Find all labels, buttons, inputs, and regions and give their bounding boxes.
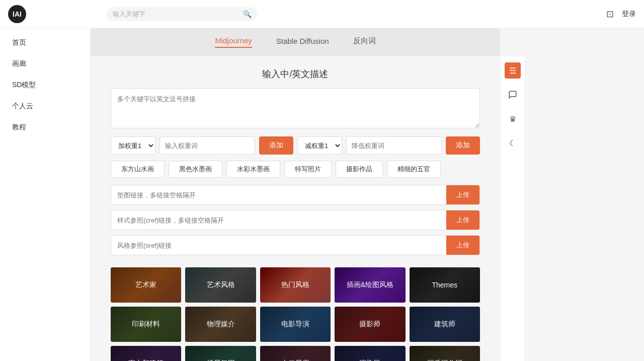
quick-tag-0[interactable]: 东方山水画	[111, 161, 165, 178]
login-button[interactable]: 登录	[622, 10, 636, 19]
style-sref-upload-button[interactable]: 上传	[446, 236, 479, 255]
quick-tag-5[interactable]: 精细的五官	[387, 161, 441, 178]
style-cref-link-row: 上传	[111, 210, 480, 230]
add-weight-button[interactable]: 添加	[259, 136, 293, 155]
category-zodiac[interactable]: 十二星座	[260, 346, 331, 361]
quick-tag-2[interactable]: 水彩水墨画	[226, 161, 280, 178]
weight-row: 加权重1 加权重2 加权重3 添加 减权重1 减权重2 减权重3 添加	[111, 136, 480, 155]
weight-decrease-select[interactable]: 减权重1 减权重2 减权重3	[297, 136, 342, 155]
category-themes[interactable]: Themes	[410, 267, 480, 303]
right-panel-moon-icon[interactable]: ☾	[505, 135, 521, 151]
quick-tags: 东方山水画 黑色水墨画 水彩水墨画 特写照片 摄影作品 精细的五官	[111, 161, 480, 178]
pad-link-input[interactable]	[111, 186, 446, 204]
quick-tag-1[interactable]: 黑色水墨画	[169, 161, 222, 178]
quick-tag-3[interactable]: 特写照片	[284, 161, 332, 178]
category-grid: 艺术家 艺术风格 热门风格 插画&绘图风格 Themes	[111, 267, 480, 361]
category-quality-enhancer[interactable]: 画质强化词	[410, 346, 480, 361]
sidebar: 首页 画廊 SD模型 个人云 教程	[0, 28, 91, 361]
right-panel: ☰ ♛ ☾	[500, 56, 524, 361]
section-title: 输入中/英文描述	[111, 68, 480, 80]
category-illustration-style[interactable]: 插画&绘图风格	[335, 267, 405, 303]
category-hot-style[interactable]: 热门风格	[260, 267, 331, 303]
search-input[interactable]	[113, 10, 241, 18]
tab-bar: Midjourney Stable Diffusion 反向词	[91, 28, 500, 56]
category-art-style[interactable]: 艺术风格	[185, 267, 256, 303]
description-textarea[interactable]	[111, 88, 480, 128]
header-right: ⊡ 登录	[606, 9, 636, 20]
content-area: 输入中/英文描述 加权重1 加权重2 加权重3 添加 减权重1 减权重2 减权重…	[91, 56, 500, 361]
weight-decrease-input[interactable]	[346, 136, 442, 155]
category-film-director[interactable]: 电影导演	[260, 307, 331, 342]
tab-midjourney[interactable]: Midjourney	[215, 36, 252, 48]
weight-increase-select[interactable]: 加权重1 加权重2 加权重3	[111, 136, 155, 155]
style-sref-input[interactable]	[111, 237, 446, 254]
style-cref-input[interactable]	[111, 211, 446, 229]
add-decrease-weight-button[interactable]: 添加	[446, 136, 480, 155]
search-icon: 🔍	[243, 10, 252, 18]
sidebar-item-personal-cloud[interactable]: 个人云	[0, 96, 90, 117]
sidebar-item-home[interactable]: 首页	[0, 32, 90, 53]
sidebar-item-tutorial[interactable]: 教程	[0, 117, 90, 138]
category-photographer[interactable]: 摄影师	[335, 307, 405, 342]
main-content: Midjourney Stable Diffusion 反向词 输入中/英文描述…	[91, 28, 500, 361]
category-renderer[interactable]: 渲染器	[335, 346, 405, 361]
sidebar-item-sd-model[interactable]: SD模型	[0, 75, 90, 96]
weight-increase-input[interactable]	[159, 136, 255, 155]
tab-stable-diffusion[interactable]: Stable Diffusion	[276, 37, 329, 47]
header-logo-area: IAI	[8, 5, 99, 23]
category-print-material[interactable]: 印刷材料	[111, 307, 181, 342]
right-panel-menu-icon[interactable]: ☰	[505, 62, 521, 79]
category-scene-context[interactable]: 场景氛围	[185, 346, 256, 361]
external-link-icon[interactable]: ⊡	[606, 9, 614, 20]
category-architect[interactable]: 建筑师	[410, 307, 480, 342]
quick-tag-4[interactable]: 摄影作品	[336, 161, 383, 178]
right-panel-crown-icon[interactable]: ♛	[505, 111, 521, 127]
header: IAI 🔍 ⊡ 登录	[0, 0, 644, 28]
style-cref-upload-button[interactable]: 上传	[446, 210, 479, 230]
category-interior-arch[interactable]: 室内和建筑	[111, 346, 181, 361]
pad-upload-button[interactable]: 上传	[446, 185, 479, 204]
category-physics-media[interactable]: 物理媒介	[185, 307, 256, 342]
search-bar[interactable]: 🔍	[107, 7, 258, 21]
logo-icon: IAI	[8, 5, 26, 23]
tab-negative-prompt[interactable]: 反向词	[353, 36, 376, 48]
sidebar-item-gallery[interactable]: 画廊	[0, 53, 90, 75]
style-sref-link-row: 上传	[111, 235, 480, 255]
pad-link-row: 上传	[111, 185, 480, 205]
sidebar-nav: 首页 画廊 SD模型 个人云 教程	[0, 28, 90, 142]
right-panel-wechat-icon[interactable]	[505, 87, 521, 103]
category-artist[interactable]: 艺术家	[111, 267, 181, 303]
